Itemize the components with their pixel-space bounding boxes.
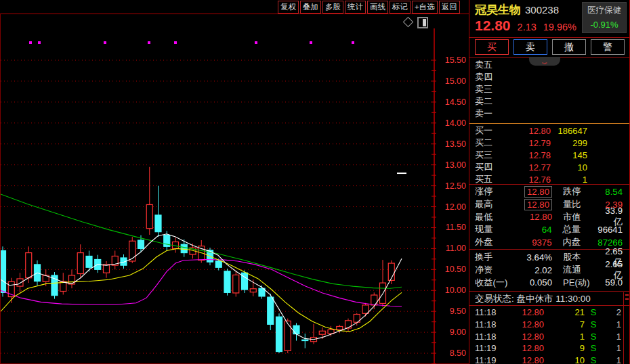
sell-queue-label: 卖二 [475, 95, 501, 108]
divider [469, 305, 629, 306]
app-window: 复权叠加多股统计画线标记+自选返回 15.5015.0014.5014.0013… [0, 0, 630, 364]
stat-value1-text: 12.80 [524, 199, 552, 210]
stat-row-3: 现量64总量96641 [469, 223, 629, 236]
buy-queue-label: 买三 [475, 149, 501, 161]
stat-label2: 跌停 [563, 185, 598, 198]
kline-chart[interactable]: 15.5015.0014.5014.0013.5013.0012.5012.00… [1, 28, 469, 364]
toolbar-button-5[interactable]: 标记 [390, 1, 411, 14]
buy-queue-row-3[interactable]: 买四12.7710 [469, 161, 629, 173]
fund-value2: 59.0 [598, 277, 623, 288]
buy-queue-volume: 1 [551, 175, 587, 185]
sell-queue-row-1[interactable]: 卖四 [469, 71, 629, 83]
trade-row-3: 11:1912.809S1 [469, 342, 629, 355]
fund-label1: 换手 [475, 251, 514, 263]
svg-text:11.00: 11.00 [446, 244, 466, 253]
stat-value1-text: 12.80 [530, 212, 552, 222]
stat-label2: 市值 [563, 211, 598, 223]
toolbar-button-3[interactable]: 统计 [345, 1, 366, 14]
trade-row-4: 11:1912.8010S1 [469, 355, 629, 364]
buy-queue-price: 12.80 [501, 126, 551, 136]
trade-side: S [585, 343, 602, 353]
fund-value1: 2.02 [514, 265, 552, 275]
trade-count: 2 [602, 307, 621, 317]
sell-queue-row-4[interactable]: 卖一 [469, 108, 629, 120]
fund-value1-text: 0.050 [530, 277, 552, 288]
quote-header: 冠昊生物300238 12.80 2.13 19.96% 医疗保健 -0.91% [469, 0, 629, 37]
trade-status-label: 交易状态: [475, 294, 514, 304]
trade-price: 12.80 [503, 355, 544, 364]
split-window-icon[interactable] [417, 17, 428, 28]
buy-queue-row-2[interactable]: 买三12.78145 [469, 149, 629, 161]
fund-label1: 收益(一) [475, 277, 514, 289]
stat-value1: 64 [514, 225, 552, 235]
sell-queue-label: 卖五 [475, 59, 501, 71]
sector-name: 医疗保健 [583, 5, 626, 16]
stat-value1: 9375 [514, 237, 552, 248]
toolbar-button-0[interactable]: 复权 [278, 1, 299, 14]
svg-text:15.50: 15.50 [445, 55, 466, 65]
sell-queue-label: 卖三 [475, 83, 501, 95]
divider [469, 37, 629, 38]
action-button-3[interactable]: 警 [591, 39, 625, 55]
fund-value1: 3.64% [514, 252, 552, 263]
tick-trade-list: 11:1812.8021S211:1812.807S111:1812.801S1… [469, 306, 629, 364]
trade-side: S [585, 355, 602, 364]
action-button-0[interactable]: 买 [475, 39, 509, 55]
scrollbar-mark [625, 294, 629, 296]
stat-label2: 量比 [563, 198, 598, 210]
buy-queue-volume: 186647 [551, 126, 587, 136]
buy-queue-price: 12.76 [501, 175, 551, 185]
quote-panel: 冠昊生物300238 12.80 2.13 19.96% 医疗保健 -0.91%… [469, 0, 630, 364]
sell-queue: 卖五卖四卖三卖二卖一 [469, 59, 629, 120]
trade-time: 11:18 [475, 332, 503, 342]
collapse-chevron-button[interactable]: ︾ [529, 57, 560, 66]
stat-value1-text: 9375 [532, 237, 551, 248]
stat-value1-text: 12.80 [524, 186, 552, 198]
trade-volume: 1 [544, 332, 585, 342]
stat-value2: 8.54 [598, 187, 623, 197]
last-price: 12.80 [475, 18, 511, 34]
fund-value1: 0.050 [514, 277, 552, 288]
stat-value1: 12.80 [514, 200, 552, 210]
trade-count: 1 [602, 319, 621, 329]
toolbar-button-6[interactable]: +自选 [412, 1, 438, 14]
toolbar-button-7[interactable]: 返回 [439, 1, 460, 14]
trade-price: 12.80 [503, 332, 544, 342]
sell-queue-label: 卖四 [475, 71, 501, 83]
price-change-pct: 19.96% [543, 22, 576, 32]
action-buttons: 买卖撤警 [475, 39, 625, 55]
trade-price: 12.80 [503, 307, 544, 317]
action-button-2[interactable]: 撤 [552, 39, 586, 55]
svg-text:8.50: 8.50 [450, 348, 466, 358]
trade-side: S [585, 307, 602, 317]
fund-label2: PE(动) [563, 277, 598, 289]
trade-count: 1 [602, 332, 621, 342]
stat-value2: 96641 [597, 225, 623, 235]
buy-queue-price: 12.79 [501, 138, 551, 148]
toolbar-button-1[interactable]: 叠加 [300, 1, 321, 14]
buy-queue-label: 买四 [475, 161, 501, 173]
trade-volume: 21 [544, 307, 585, 317]
trade-status-value: 盘中休市 11:30:00 [517, 294, 591, 304]
stat-value1: 12.80 [514, 212, 552, 222]
buy-queue-row-0[interactable]: 买一12.80186647 [469, 124, 629, 137]
trade-time: 11:19 [475, 343, 503, 353]
stat-row-0: 涨停12.80跌停8.54 [469, 185, 629, 198]
trade-count: 1 [602, 343, 621, 353]
sector-badge[interactable]: 医疗保健 -0.91% [582, 2, 627, 33]
trade-status: 交易状态: 盘中休市 11:30:00 [469, 293, 629, 305]
trade-side: S [585, 319, 602, 329]
sell-queue-row-2[interactable]: 卖三 [469, 83, 629, 95]
trade-row-1: 11:1812.807S1 [469, 319, 629, 331]
scrollbar-mark [625, 298, 629, 300]
buy-queue-label: 买一 [475, 124, 501, 137]
trade-list-scrollbar[interactable] [623, 292, 629, 364]
buy-queue-row-1[interactable]: 买二12.79299 [469, 137, 629, 149]
svg-text:11.50: 11.50 [446, 223, 466, 232]
divider [469, 291, 629, 292]
toolbar-button-2[interactable]: 多股 [322, 1, 343, 14]
toolbar-button-4[interactable]: 画线 [367, 1, 388, 14]
sell-queue-row-3[interactable]: 卖二 [469, 95, 629, 108]
trade-price: 12.80 [503, 319, 544, 329]
action-button-1[interactable]: 卖 [513, 39, 547, 55]
